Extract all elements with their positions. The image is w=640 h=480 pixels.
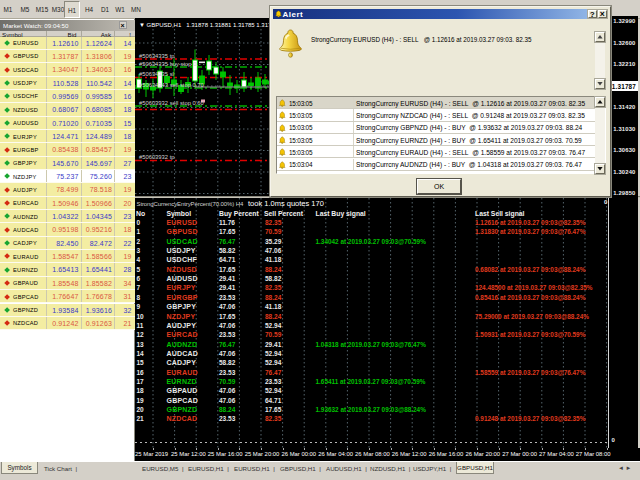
- svg-text:#50634335 buy stop 0.: #50634335 buy stop 0.: [139, 61, 198, 67]
- svg-text:#50603932 sell stop 0.60: #50603932 sell stop 0.60: [139, 100, 204, 106]
- svg-text:#50634335 tp: #50634335 tp: [139, 53, 174, 59]
- svg-text:#50634335 sl: #50634335 sl: [139, 71, 174, 77]
- svg-text:#50603932 tp: #50603932 tp: [139, 154, 174, 160]
- svg-text:#50634343 sell stop 0.70: #50634343 sell stop 0.70: [139, 82, 204, 88]
